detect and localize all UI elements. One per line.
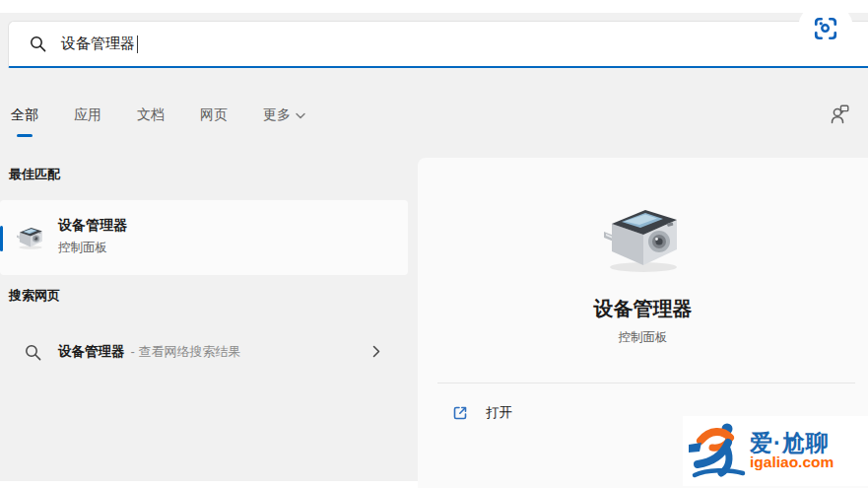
- chevron-right-icon: [372, 345, 380, 358]
- page-top-margin: [0, 0, 868, 13]
- device-manager-icon-large: [598, 199, 689, 278]
- chevron-down-icon: [296, 112, 305, 119]
- site-watermark: 爱·尬聊 igaliao.com: [683, 416, 868, 486]
- tab-web[interactable]: 网页: [199, 105, 229, 134]
- search-query-text: 设备管理器: [61, 35, 135, 53]
- selection-accent-bar: [0, 226, 3, 251]
- divider: [437, 383, 855, 383]
- search-icon: [30, 35, 46, 52]
- open-label: 打开: [486, 404, 512, 422]
- tab-documents[interactable]: 文档: [136, 105, 166, 134]
- tab-all[interactable]: 全部: [10, 105, 39, 134]
- account-feedback-button[interactable]: [826, 101, 853, 128]
- web-search-header: 搜索网页: [9, 287, 60, 305]
- visual-search-button[interactable]: [798, 1, 853, 56]
- text-caret: [137, 35, 138, 53]
- web-suggestion-row[interactable]: 设备管理器 - 查看网络搜索结果: [0, 331, 408, 373]
- search-filter-tabs: 全部 应用 文档 网页 更多: [10, 105, 306, 134]
- tab-apps[interactable]: 应用: [73, 105, 102, 134]
- result-title: 设备管理器: [58, 217, 127, 235]
- open-external-icon: [451, 404, 469, 422]
- open-action-button[interactable]: 打开: [437, 394, 526, 432]
- best-match-header: 最佳匹配: [9, 166, 60, 183]
- result-device-manager[interactable]: 设备管理器 控制面板: [0, 200, 408, 275]
- screenshot-search-icon: [813, 16, 838, 41]
- device-manager-icon: [15, 222, 46, 253]
- result-subtitle: 控制面板: [58, 240, 107, 256]
- search-icon: [25, 344, 41, 361]
- person-chat-icon: [829, 103, 850, 126]
- suggestion-query: 设备管理器: [58, 343, 125, 361]
- preview-title: 设备管理器: [418, 296, 868, 322]
- preview-subtitle: 控制面板: [418, 329, 868, 346]
- suggestion-hint: - 查看网络搜索结果: [131, 343, 241, 361]
- watermark-site: igaliao.com: [750, 454, 834, 470]
- watermark-name: 爱·尬聊: [750, 431, 834, 454]
- running-person-logo-icon: [687, 419, 748, 484]
- tab-more[interactable]: 更多: [262, 105, 306, 134]
- search-input[interactable]: 设备管理器: [8, 21, 868, 68]
